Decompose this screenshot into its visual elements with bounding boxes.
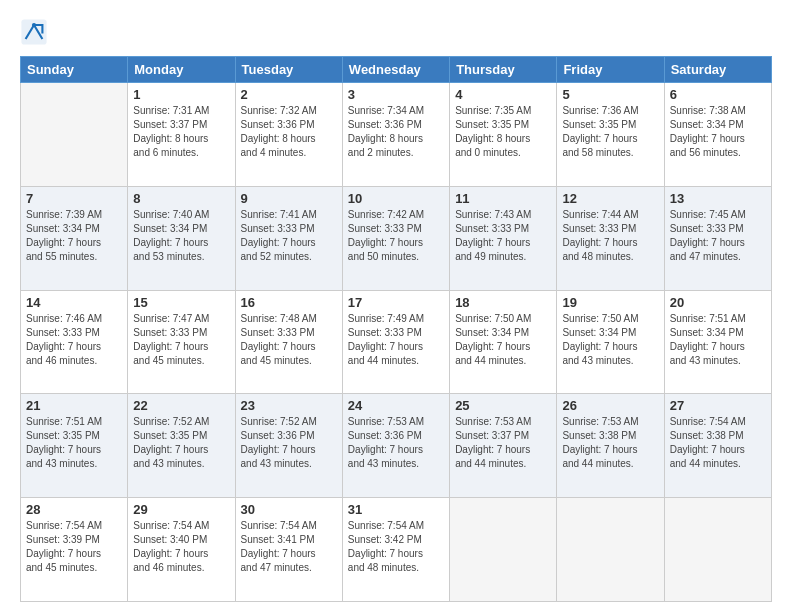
calendar-cell: 12Sunrise: 7:44 AMSunset: 3:33 PMDayligh… (557, 186, 664, 290)
calendar-cell: 16Sunrise: 7:48 AMSunset: 3:33 PMDayligh… (235, 290, 342, 394)
day-info: Sunrise: 7:49 AMSunset: 3:33 PMDaylight:… (348, 312, 444, 368)
day-number: 12 (562, 191, 658, 206)
calendar-cell: 24Sunrise: 7:53 AMSunset: 3:36 PMDayligh… (342, 394, 449, 498)
calendar-cell: 13Sunrise: 7:45 AMSunset: 3:33 PMDayligh… (664, 186, 771, 290)
page: SundayMondayTuesdayWednesdayThursdayFrid… (0, 0, 792, 612)
day-number: 9 (241, 191, 337, 206)
day-number: 17 (348, 295, 444, 310)
day-number: 7 (26, 191, 122, 206)
day-number: 21 (26, 398, 122, 413)
day-info: Sunrise: 7:54 AMSunset: 3:42 PMDaylight:… (348, 519, 444, 575)
day-info: Sunrise: 7:47 AMSunset: 3:33 PMDaylight:… (133, 312, 229, 368)
day-info: Sunrise: 7:53 AMSunset: 3:37 PMDaylight:… (455, 415, 551, 471)
day-info: Sunrise: 7:54 AMSunset: 3:38 PMDaylight:… (670, 415, 766, 471)
week-row-4: 21Sunrise: 7:51 AMSunset: 3:35 PMDayligh… (21, 394, 772, 498)
calendar-cell: 5Sunrise: 7:36 AMSunset: 3:35 PMDaylight… (557, 83, 664, 187)
calendar-cell: 20Sunrise: 7:51 AMSunset: 3:34 PMDayligh… (664, 290, 771, 394)
day-info: Sunrise: 7:36 AMSunset: 3:35 PMDaylight:… (562, 104, 658, 160)
day-info: Sunrise: 7:50 AMSunset: 3:34 PMDaylight:… (455, 312, 551, 368)
weekday-header-sunday: Sunday (21, 57, 128, 83)
calendar-cell: 30Sunrise: 7:54 AMSunset: 3:41 PMDayligh… (235, 498, 342, 602)
day-info: Sunrise: 7:48 AMSunset: 3:33 PMDaylight:… (241, 312, 337, 368)
day-number: 8 (133, 191, 229, 206)
day-number: 15 (133, 295, 229, 310)
day-info: Sunrise: 7:52 AMSunset: 3:36 PMDaylight:… (241, 415, 337, 471)
day-number: 13 (670, 191, 766, 206)
day-info: Sunrise: 7:44 AMSunset: 3:33 PMDaylight:… (562, 208, 658, 264)
day-number: 28 (26, 502, 122, 517)
day-info: Sunrise: 7:45 AMSunset: 3:33 PMDaylight:… (670, 208, 766, 264)
day-number: 31 (348, 502, 444, 517)
calendar-cell: 8Sunrise: 7:40 AMSunset: 3:34 PMDaylight… (128, 186, 235, 290)
day-info: Sunrise: 7:54 AMSunset: 3:41 PMDaylight:… (241, 519, 337, 575)
calendar: SundayMondayTuesdayWednesdayThursdayFrid… (20, 56, 772, 602)
calendar-cell: 21Sunrise: 7:51 AMSunset: 3:35 PMDayligh… (21, 394, 128, 498)
day-info: Sunrise: 7:53 AMSunset: 3:36 PMDaylight:… (348, 415, 444, 471)
calendar-cell (557, 498, 664, 602)
calendar-cell: 10Sunrise: 7:42 AMSunset: 3:33 PMDayligh… (342, 186, 449, 290)
calendar-cell: 27Sunrise: 7:54 AMSunset: 3:38 PMDayligh… (664, 394, 771, 498)
calendar-cell: 7Sunrise: 7:39 AMSunset: 3:34 PMDaylight… (21, 186, 128, 290)
calendar-cell: 17Sunrise: 7:49 AMSunset: 3:33 PMDayligh… (342, 290, 449, 394)
day-info: Sunrise: 7:50 AMSunset: 3:34 PMDaylight:… (562, 312, 658, 368)
week-row-3: 14Sunrise: 7:46 AMSunset: 3:33 PMDayligh… (21, 290, 772, 394)
calendar-cell: 11Sunrise: 7:43 AMSunset: 3:33 PMDayligh… (450, 186, 557, 290)
day-number: 24 (348, 398, 444, 413)
weekday-header-tuesday: Tuesday (235, 57, 342, 83)
day-number: 16 (241, 295, 337, 310)
day-info: Sunrise: 7:43 AMSunset: 3:33 PMDaylight:… (455, 208, 551, 264)
day-number: 10 (348, 191, 444, 206)
day-info: Sunrise: 7:42 AMSunset: 3:33 PMDaylight:… (348, 208, 444, 264)
calendar-cell: 26Sunrise: 7:53 AMSunset: 3:38 PMDayligh… (557, 394, 664, 498)
calendar-cell (450, 498, 557, 602)
day-number: 6 (670, 87, 766, 102)
day-info: Sunrise: 7:52 AMSunset: 3:35 PMDaylight:… (133, 415, 229, 471)
calendar-cell (664, 498, 771, 602)
day-info: Sunrise: 7:34 AMSunset: 3:36 PMDaylight:… (348, 104, 444, 160)
day-number: 3 (348, 87, 444, 102)
day-number: 26 (562, 398, 658, 413)
calendar-cell: 4Sunrise: 7:35 AMSunset: 3:35 PMDaylight… (450, 83, 557, 187)
calendar-cell: 29Sunrise: 7:54 AMSunset: 3:40 PMDayligh… (128, 498, 235, 602)
weekday-header-thursday: Thursday (450, 57, 557, 83)
day-info: Sunrise: 7:31 AMSunset: 3:37 PMDaylight:… (133, 104, 229, 160)
day-number: 30 (241, 502, 337, 517)
calendar-cell: 6Sunrise: 7:38 AMSunset: 3:34 PMDaylight… (664, 83, 771, 187)
weekday-header-monday: Monday (128, 57, 235, 83)
day-number: 11 (455, 191, 551, 206)
day-info: Sunrise: 7:39 AMSunset: 3:34 PMDaylight:… (26, 208, 122, 264)
week-row-2: 7Sunrise: 7:39 AMSunset: 3:34 PMDaylight… (21, 186, 772, 290)
header (20, 18, 772, 46)
calendar-cell: 18Sunrise: 7:50 AMSunset: 3:34 PMDayligh… (450, 290, 557, 394)
day-info: Sunrise: 7:54 AMSunset: 3:39 PMDaylight:… (26, 519, 122, 575)
day-number: 20 (670, 295, 766, 310)
calendar-cell: 25Sunrise: 7:53 AMSunset: 3:37 PMDayligh… (450, 394, 557, 498)
calendar-cell: 9Sunrise: 7:41 AMSunset: 3:33 PMDaylight… (235, 186, 342, 290)
logo (20, 18, 52, 46)
day-number: 25 (455, 398, 551, 413)
week-row-1: 1Sunrise: 7:31 AMSunset: 3:37 PMDaylight… (21, 83, 772, 187)
day-info: Sunrise: 7:46 AMSunset: 3:33 PMDaylight:… (26, 312, 122, 368)
day-info: Sunrise: 7:32 AMSunset: 3:36 PMDaylight:… (241, 104, 337, 160)
day-number: 29 (133, 502, 229, 517)
day-number: 23 (241, 398, 337, 413)
calendar-header-row: SundayMondayTuesdayWednesdayThursdayFrid… (21, 57, 772, 83)
calendar-cell: 15Sunrise: 7:47 AMSunset: 3:33 PMDayligh… (128, 290, 235, 394)
calendar-cell: 22Sunrise: 7:52 AMSunset: 3:35 PMDayligh… (128, 394, 235, 498)
calendar-cell: 3Sunrise: 7:34 AMSunset: 3:36 PMDaylight… (342, 83, 449, 187)
day-info: Sunrise: 7:40 AMSunset: 3:34 PMDaylight:… (133, 208, 229, 264)
day-info: Sunrise: 7:38 AMSunset: 3:34 PMDaylight:… (670, 104, 766, 160)
day-number: 4 (455, 87, 551, 102)
calendar-cell: 19Sunrise: 7:50 AMSunset: 3:34 PMDayligh… (557, 290, 664, 394)
calendar-cell: 14Sunrise: 7:46 AMSunset: 3:33 PMDayligh… (21, 290, 128, 394)
day-number: 2 (241, 87, 337, 102)
day-number: 1 (133, 87, 229, 102)
day-number: 22 (133, 398, 229, 413)
weekday-header-friday: Friday (557, 57, 664, 83)
calendar-cell: 2Sunrise: 7:32 AMSunset: 3:36 PMDaylight… (235, 83, 342, 187)
calendar-cell: 28Sunrise: 7:54 AMSunset: 3:39 PMDayligh… (21, 498, 128, 602)
day-info: Sunrise: 7:41 AMSunset: 3:33 PMDaylight:… (241, 208, 337, 264)
weekday-header-saturday: Saturday (664, 57, 771, 83)
day-info: Sunrise: 7:51 AMSunset: 3:34 PMDaylight:… (670, 312, 766, 368)
day-info: Sunrise: 7:53 AMSunset: 3:38 PMDaylight:… (562, 415, 658, 471)
